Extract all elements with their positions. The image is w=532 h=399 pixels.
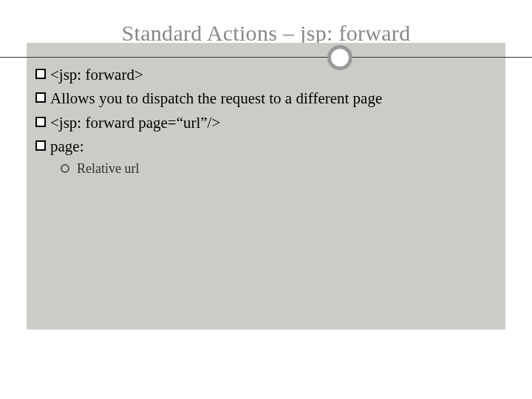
bullet-item: <jsp: forward> [35, 64, 497, 86]
square-bullet-icon [35, 92, 46, 103]
bullet-text: Allows you to dispatch the request to a … [50, 87, 497, 109]
bullet-text: page: [50, 135, 497, 157]
bullet-item: <jsp: forward page=“url”/> [35, 112, 497, 134]
bullet-item: Allows you to dispatch the request to a … [35, 87, 497, 109]
square-bullet-icon [35, 140, 46, 151]
bullet-item: page: [35, 135, 497, 157]
slide: Standard Actions – jsp: forward <jsp: fo… [0, 0, 532, 399]
square-bullet-icon [35, 69, 46, 79]
title-divider: <jsp: forward> Allows you to dispatch th… [30, 43, 502, 72]
sub-bullet-text: Relative url [77, 161, 139, 177]
circle-bullet-icon [61, 164, 69, 173]
slide-title: Standard Actions – jsp: forward [30, 21, 502, 46]
horizontal-rule [0, 57, 532, 58]
bullet-text: <jsp: forward page=“url”/> [50, 112, 497, 134]
sub-bullet-item: Relative url [61, 161, 497, 177]
content-box: <jsp: forward> Allows you to dispatch th… [27, 43, 505, 330]
ring-icon [327, 45, 352, 70]
bullet-text: <jsp: forward> [50, 64, 497, 86]
square-bullet-icon [35, 117, 46, 127]
